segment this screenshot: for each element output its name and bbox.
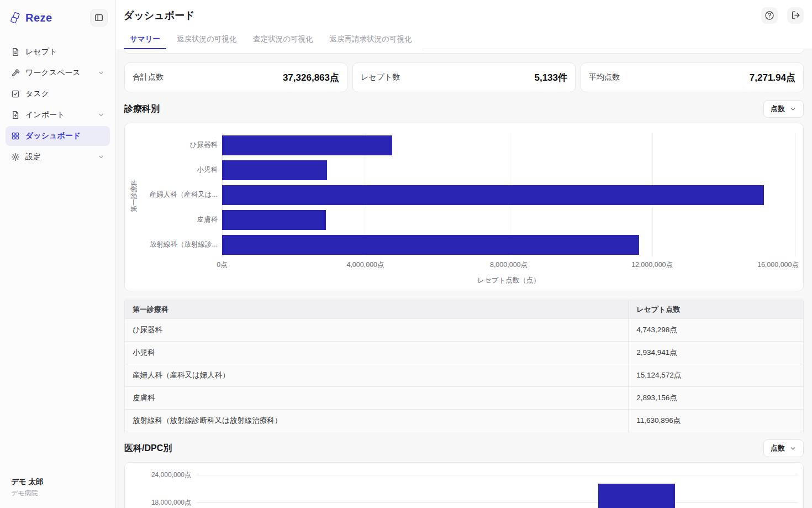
sidebar-item-workspace[interactable]: ワークスペース xyxy=(6,63,110,83)
user-account[interactable]: デモ 太郎 デモ病院 xyxy=(0,469,115,508)
x-axis-tick-label: 4,000,000点 xyxy=(346,260,384,270)
table-cell-department: 産婦人科（産科又は婦人科） xyxy=(125,364,628,386)
summary-card-value: 37,326,863点 xyxy=(283,71,339,84)
tabbar-border xyxy=(422,30,812,49)
table-cell-points: 2,934,941点 xyxy=(628,342,803,364)
department-section-header: 診療科別 点数 xyxy=(124,100,804,118)
summary-card-average-points: 平均点数 7,271.94点 xyxy=(581,62,804,92)
x-axis-tick-label: 0点 xyxy=(217,260,227,270)
chart-bar-row: 産婦人科（産科又は... xyxy=(125,182,798,207)
metric-dropdown-label: 点数 xyxy=(771,443,785,453)
tab-summary[interactable]: サマリー xyxy=(124,30,166,49)
sidebar: Reze レセプト xyxy=(0,0,116,508)
settings-icon xyxy=(11,153,20,161)
y-axis-tick-label: 24,000,000点 xyxy=(133,470,191,480)
chart-category-label: 産婦人科（産科又は... xyxy=(125,190,222,200)
brand-logo[interactable]: Reze xyxy=(9,12,52,24)
sidebar-item-label: 設定 xyxy=(25,152,41,162)
chart-bar-track xyxy=(222,135,795,155)
table-row: 皮膚科2,893,156点 xyxy=(125,387,803,410)
tab-satei-status[interactable]: 査定状況の可視化 xyxy=(247,30,319,49)
chart-bar xyxy=(222,160,327,180)
table-header-points: レセプト点数 xyxy=(628,300,803,318)
reze-logo-icon xyxy=(9,12,22,24)
sidebar-item-label: タスク xyxy=(25,89,49,99)
help-button[interactable] xyxy=(761,7,778,24)
summary-card-receipt-count: レセプト数 5,133件 xyxy=(352,62,576,92)
metric-dropdown-label: 点数 xyxy=(771,104,785,114)
sidebar-item-import[interactable]: インポート xyxy=(6,105,110,125)
table-row: ひ尿器科4,743,298点 xyxy=(125,319,803,342)
logout-button[interactable] xyxy=(787,7,804,24)
sidebar-collapse-button[interactable] xyxy=(90,9,108,27)
table-header-department: 第一診療科 xyxy=(125,300,628,318)
logout-icon xyxy=(791,11,800,20)
chart-bar-track xyxy=(222,185,795,205)
main-area: ダッシュボード xyxy=(116,0,812,508)
x-axis-tick-label: 12,000,000点 xyxy=(631,260,673,270)
sidebar-item-task[interactable]: タスク xyxy=(6,84,110,104)
y-axis-tick-label: 18,000,000点 xyxy=(133,498,191,507)
topbar: ダッシュボード xyxy=(116,0,812,30)
table-cell-points: 4,743,298点 xyxy=(628,319,803,341)
user-org: デモ病院 xyxy=(11,489,104,498)
chart-category-label: 放射線科（放射線診... xyxy=(125,240,222,249)
chevron-down-icon xyxy=(98,154,104,160)
help-icon xyxy=(764,11,774,20)
task-icon xyxy=(11,90,20,98)
chevron-down-icon xyxy=(98,112,104,118)
table-cell-department: 放射線科（放射線診断科又は放射線治療科） xyxy=(125,410,628,432)
tab-bar: サマリー 返戻状況の可視化 査定状況の可視化 返戻再請求状況の可視化 xyxy=(116,30,812,49)
scrolled-card-edge xyxy=(124,49,804,54)
x-axis-tick-label: 8,000,000点 xyxy=(490,260,528,270)
chart-plot-area xyxy=(197,463,798,508)
chevron-down-icon xyxy=(98,70,104,76)
table-cell-points: 15,124,572点 xyxy=(628,364,803,386)
summary-card-label: 合計点数 xyxy=(133,72,164,82)
table-cell-department: 皮膚科 xyxy=(125,387,628,409)
sidebar-item-dashboard[interactable]: ダッシュボード xyxy=(6,126,110,146)
brand-name: Reze xyxy=(25,12,52,24)
dashboard-content: 合計点数 37,326,863点 レセプト数 5,133件 平均点数 7,271… xyxy=(116,49,812,508)
chevron-down-icon xyxy=(789,445,797,452)
chart-bar-track xyxy=(222,160,795,180)
receipt-icon xyxy=(11,48,20,56)
sidebar-item-label: インポート xyxy=(25,110,65,120)
sidebar-item-receipt[interactable]: レセプト xyxy=(6,42,110,62)
sidebar-item-label: ダッシュボード xyxy=(25,131,81,141)
chart-y-axis-title: 第一診療科 xyxy=(129,179,139,212)
table-cell-department: ひ尿器科 xyxy=(125,319,628,341)
table-row: 放射線科（放射線診断科又は放射線治療科）11,630,896点 xyxy=(125,410,803,432)
sidebar-nav: レセプト ワークスペース タスク xyxy=(0,34,115,167)
chart-bar-track xyxy=(222,210,795,230)
metric-dropdown-dpc[interactable]: 点数 xyxy=(763,439,804,457)
chart-bar xyxy=(222,135,392,155)
chart-category-label: ひ尿器科 xyxy=(125,140,222,150)
dpc-section-header: 医科/DPC別 点数 xyxy=(124,439,804,457)
chart-category-label: 小児科 xyxy=(125,165,222,175)
summary-cards: 合計点数 37,326,863点 レセプト数 5,133件 平均点数 7,271… xyxy=(124,62,804,92)
chart-x-axis-title: レセプト点数（点） xyxy=(222,276,795,285)
chart-bar-row: ひ尿器科 xyxy=(125,133,798,158)
table-cell-department: 小児科 xyxy=(125,342,628,364)
sidebar-header: Reze xyxy=(0,0,115,34)
chart-bar-row: 放射線科（放射線診... xyxy=(125,232,798,257)
sidebar-item-settings[interactable]: 設定 xyxy=(6,147,110,167)
tab-henrei-resubmit-status[interactable]: 返戻再請求状況の可視化 xyxy=(324,30,418,49)
dashboard-icon xyxy=(11,132,20,140)
dpc-bar-chart: 24,000,000点18,000,000点 医科/DPC xyxy=(124,462,804,508)
summary-card-value: 7,271.94点 xyxy=(750,71,795,84)
section-title-dpc: 医科/DPC別 xyxy=(124,443,172,454)
summary-card-label: 平均点数 xyxy=(589,72,620,82)
topbar-actions xyxy=(761,7,804,24)
table-row: 小児科2,934,941点 xyxy=(125,342,803,364)
chart-bar-track xyxy=(222,235,795,255)
user-name: デモ 太郎 xyxy=(11,477,104,487)
tab-henrei-status[interactable]: 返戻状況の可視化 xyxy=(171,30,242,49)
chart-bar xyxy=(598,484,675,508)
panel-left-icon xyxy=(94,13,103,22)
chart-bar-row: 小児科 xyxy=(125,158,798,182)
table-row: 産婦人科（産科又は婦人科）15,124,572点 xyxy=(125,364,803,387)
chart-plot-area: ひ尿器科小児科産婦人科（産科又は...皮膚科放射線科（放射線診... xyxy=(125,133,798,257)
metric-dropdown-department[interactable]: 点数 xyxy=(763,100,804,118)
